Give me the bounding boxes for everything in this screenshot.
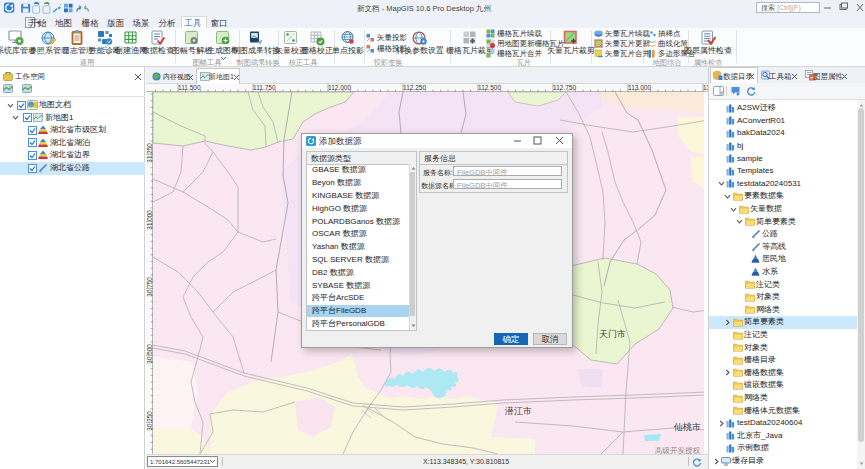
svg-text:天门市: 天门市 [599, 329, 626, 339]
svg-text:30.250: 30.250 [146, 411, 153, 431]
svg-text:31.250: 31.250 [146, 143, 153, 163]
svg-text:30.750: 30.750 [146, 277, 153, 297]
svg-text:高级开发授权: 高级开发授权 [655, 446, 701, 454]
svg-text:潜江市: 潜江市 [505, 406, 532, 416]
svg-text:30.500: 30.500 [146, 344, 153, 364]
svg-text:仙桃市: 仙桃市 [673, 422, 701, 432]
svg-text:31.000: 31.000 [146, 210, 153, 230]
